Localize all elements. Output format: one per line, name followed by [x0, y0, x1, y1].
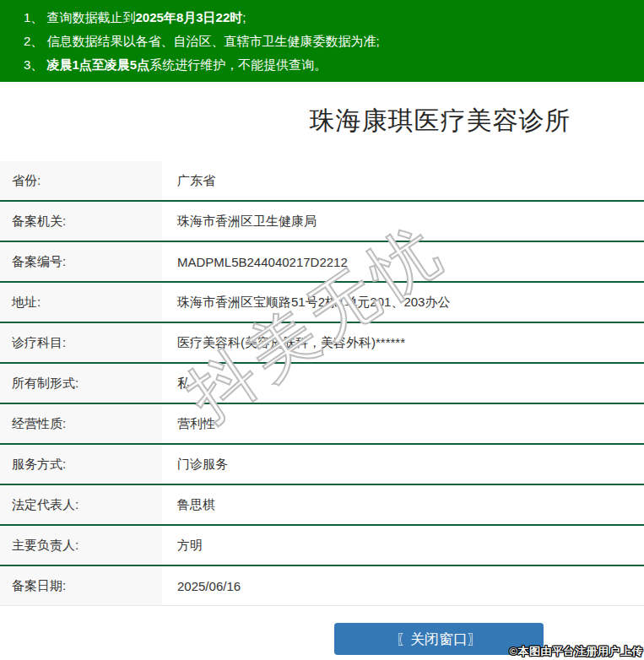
notice-line: 1、 查询数据截止到2025年8月3日22时;: [24, 6, 636, 30]
notice-text-bold: 凌晨1点至凌晨5点: [47, 57, 150, 72]
notice-line: 3、 凌晨1点至凌晨5点系统进行维护，不能提供查询。: [24, 53, 636, 77]
field-label: 备案日期:: [0, 566, 162, 605]
record-row: 省份:广东省: [0, 161, 644, 202]
notice-line: 2、 信息数据结果以各省、自治区、直辖市卫生健康委数据为准;: [24, 30, 636, 53]
notice-text: 3、: [24, 57, 47, 72]
record-row: 法定代表人:鲁思棋: [0, 485, 644, 526]
notice-text-bold: 2025年8月3日22时: [136, 10, 243, 24]
field-value: 私人: [162, 364, 203, 403]
field-value: 2025/06/16: [162, 566, 241, 605]
field-label: 省份:: [0, 161, 162, 200]
record-row: 主要负责人:方明: [0, 526, 644, 566]
record-row: 备案机关:珠海市香洲区卫生健康局: [0, 202, 644, 242]
notice-text: 系统进行维护，不能提供查询。: [149, 57, 327, 72]
record-row: 服务方式:门诊服务: [0, 445, 644, 485]
field-value: 珠海市香洲区宝顺路51号2栋1单元201、203办公: [162, 283, 450, 322]
record-row: 所有制形式:私人: [0, 364, 644, 404]
field-value: MADPML5B244040217D2212: [162, 242, 348, 281]
field-value: 营利性: [162, 404, 215, 443]
field-label: 备案机关:: [0, 202, 162, 241]
record-row: 诊疗科目:医疗美容科(美容皮肤科，美容外科)******: [0, 323, 644, 364]
field-value: 珠海市香洲区卫生健康局: [162, 202, 317, 241]
field-value: 门诊服务: [162, 445, 228, 484]
field-label: 诊疗科目:: [0, 323, 162, 362]
field-label: 备案编号:: [0, 242, 162, 281]
page-title: 珠海康琪医疗美容诊所: [0, 104, 644, 138]
field-value: 医疗美容科(美容皮肤科，美容外科)******: [162, 323, 405, 362]
field-value: 方明: [162, 526, 203, 565]
notice-banner: 1、 查询数据截止到2025年8月3日22时;2、 信息数据结果以各省、自治区、…: [0, 0, 644, 82]
notice-text: ;: [242, 10, 246, 24]
record-table: 省份:广东省备案机关:珠海市香洲区卫生健康局备案编号:MADPML5B24404…: [0, 161, 644, 606]
field-value: 鲁思棋: [162, 485, 215, 524]
record-query-page: 1、 查询数据截止到2025年8月3日22时;2、 信息数据结果以各省、自治区、…: [0, 0, 644, 660]
notice-text: 2、 信息数据结果以各省、自治区、直辖市卫生健康委数据为准;: [24, 34, 380, 48]
record-row: 备案日期:2025/06/16: [0, 566, 644, 606]
record-row: 备案编号:MADPML5B244040217D2212: [0, 242, 644, 283]
field-label: 所有制形式:: [0, 364, 162, 403]
record-row: 地址:珠海市香洲区宝顺路51号2栋1单元201、203办公: [0, 283, 644, 323]
field-label: 主要负责人:: [0, 526, 162, 565]
field-label: 法定代表人:: [0, 485, 162, 524]
corner-watermark: ©本图由平台注册用户上传: [509, 644, 643, 659]
field-label: 经营性质:: [0, 404, 162, 443]
record-row: 经营性质:营利性: [0, 404, 644, 445]
notice-text: 1、 查询数据截止到: [24, 10, 136, 24]
field-value: 广东省: [162, 161, 215, 200]
field-label: 服务方式:: [0, 445, 162, 484]
field-label: 地址:: [0, 283, 162, 322]
